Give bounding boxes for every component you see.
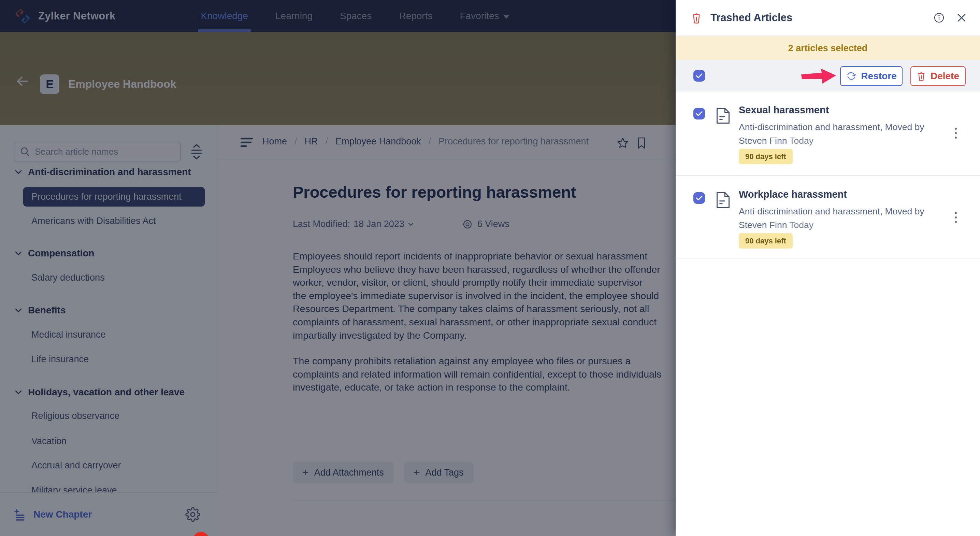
close-icon[interactable] [957,13,966,22]
trashed-article-title[interactable]: Workplace harassment [739,189,847,200]
annotation-arrow [800,68,837,85]
article-checkbox[interactable] [694,192,705,204]
trashed-article-meta: Anti-discrimination and harassment, Move… [739,120,924,147]
selection-banner: 2 articles selected [676,36,980,60]
trash-icon [917,71,926,81]
article-checkbox[interactable] [694,108,705,120]
document-icon [715,191,731,209]
trashed-article-row: Sexual harassment Anti-discrimination an… [676,91,980,176]
panel-header: Trashed Articles [676,0,980,36]
trashed-article-row: Workplace harassment Anti-discrimination… [676,176,980,258]
trashed-articles-panel: Trashed Articles 2 articles selected [676,0,980,536]
kebab-menu-icon[interactable] [953,126,959,140]
restore-icon [846,71,856,81]
panel-title: Trashed Articles [710,11,792,24]
trashed-article-meta: Anti-discrimination and harassment, Move… [739,204,924,232]
delete-button[interactable]: Delete [910,66,966,86]
kebab-menu-icon[interactable] [953,210,959,225]
select-all-checkbox[interactable] [694,70,705,81]
trashed-article-title[interactable]: Sexual harassment [739,104,829,116]
info-icon[interactable] [934,12,945,23]
document-icon [715,107,731,125]
days-left-badge: 90 days left [739,149,793,164]
panel-toolbar: Restore Delete [676,60,980,91]
days-left-badge: 90 days left [739,233,793,249]
modal-dim-overlay [0,0,676,536]
trash-icon [691,12,702,24]
restore-button[interactable]: Restore [840,66,902,86]
